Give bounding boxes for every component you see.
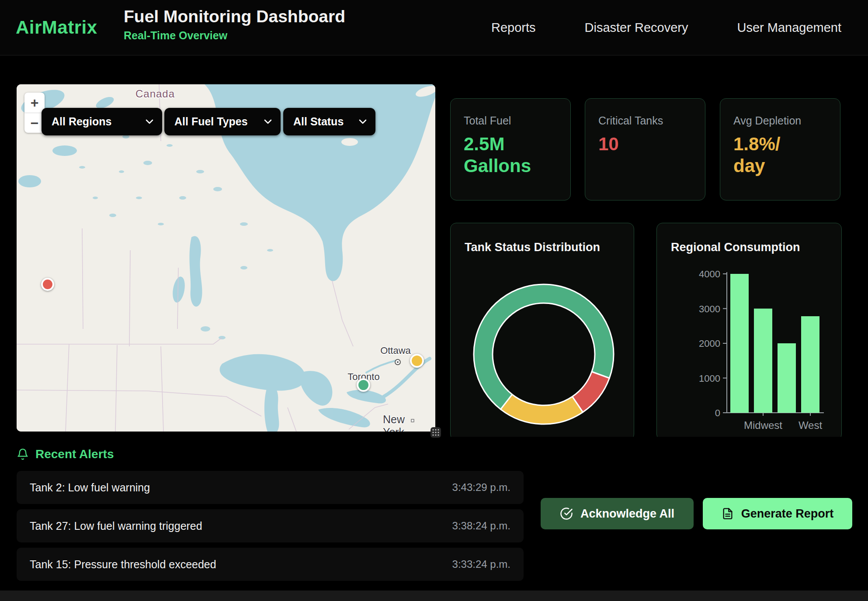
total-fuel-value: 2.5MGallons (464, 133, 557, 177)
recent-alerts-section: Recent Alerts Tank 2: Low fuel warning 3… (0, 437, 868, 591)
donut-segment-warning (500, 394, 583, 424)
recent-alerts-title: Recent Alerts (35, 447, 114, 461)
svg-text:4000: 4000 (699, 269, 720, 280)
bar-south (778, 343, 796, 413)
fuel-type-filter-value: All Fuel Types (174, 115, 248, 128)
page-title-block: Fuel Monitoring Dashboard Real-Time Over… (124, 7, 345, 42)
alert-message: Tank 27: Low fuel warning triggered (30, 520, 202, 532)
recent-alerts-header: Recent Alerts (17, 447, 114, 461)
critical-tank-marker[interactable] (41, 278, 54, 291)
alert-timestamp: 3:43:29 p.m. (452, 481, 510, 494)
total-fuel-label: Total Fuel (464, 114, 557, 127)
drag-handle-icon[interactable] (431, 427, 441, 438)
nav-item-reports[interactable]: Reports (491, 21, 536, 35)
map-city-label-ottawa: Ottawa (380, 345, 411, 356)
map-city-label-new-york: New York (383, 413, 418, 432)
nav-item-disaster-recovery[interactable]: Disaster Recovery (585, 21, 688, 35)
file-text-icon (722, 508, 734, 520)
minus-icon: − (31, 115, 39, 131)
app-header: AirMatrix Fuel Monitoring Dashboard Real… (0, 0, 868, 55)
avg-depletion-value: 1.8%/day (733, 133, 827, 177)
zoom-in-button[interactable]: + (24, 93, 45, 113)
map-country-label: Canada (135, 88, 175, 100)
chevron-down-icon (359, 119, 367, 124)
alert-timestamp: 3:33:24 p.m. (452, 558, 510, 570)
region-filter-value: All Regions (52, 115, 112, 128)
warning-tank-marker[interactable] (410, 354, 424, 368)
page-title: Fuel Monitoring Dashboard (124, 7, 345, 26)
bar-northeast (730, 274, 749, 413)
alert-list-item: Tank 15: Pressure threshold exceeded 3:3… (17, 548, 524, 581)
regional-consumption-bar-chart: 01000200030004000MidwestWest (657, 223, 842, 441)
avg-depletion-card: Avg Depletion 1.8%/day (720, 98, 840, 200)
page-subtitle: Real-Time Overview (124, 29, 345, 42)
generate-report-button[interactable]: Generate Report (703, 498, 852, 529)
svg-text:West: West (799, 419, 823, 431)
bar-west (801, 316, 819, 413)
region-filter-dropdown[interactable]: All Regions (42, 108, 162, 135)
check-circle-icon (560, 507, 573, 520)
alert-message: Tank 15: Pressure threshold exceeded (30, 558, 216, 571)
alert-list-item: Tank 27: Low fuel warning triggered 3:38… (17, 509, 524, 542)
alert-timestamp: 3:38:24 p.m. (452, 520, 510, 532)
regional-consumption-card: Regional Consumption 01000200030004000Mi… (656, 223, 842, 440)
status-filter-value: All Status (293, 115, 344, 128)
brand-logo: AirMatrix (16, 17, 97, 38)
critical-tanks-label: Critical Tanks (598, 114, 692, 127)
svg-text:0: 0 (715, 408, 720, 418)
svg-text:3000: 3000 (699, 304, 720, 314)
bottom-strip (0, 591, 868, 601)
chevron-down-icon (146, 119, 153, 124)
nav-item-user-management[interactable]: User Management (737, 21, 841, 35)
bar-midwest (754, 309, 772, 413)
critical-tanks-card: Critical Tanks 10 (585, 98, 705, 200)
status-filter-dropdown[interactable]: All Status (283, 108, 375, 135)
fuel-type-filter-dropdown[interactable]: All Fuel Types (164, 108, 281, 135)
main-nav: Reports Disaster Recovery User Managemen… (491, 0, 841, 55)
tank-map[interactable]: Canada Ottawa Toronto New York + − All R… (17, 84, 435, 432)
bell-icon (17, 448, 29, 460)
svg-text:Midwest: Midwest (744, 419, 782, 431)
svg-text:2000: 2000 (699, 338, 720, 349)
acknowledge-all-button[interactable]: Acknowledge All (541, 498, 694, 529)
svg-text:1000: 1000 (699, 373, 720, 384)
total-fuel-card: Total Fuel 2.5MGallons (450, 98, 571, 200)
tank-status-distribution-card: Tank Status Distribution (450, 223, 634, 440)
tank-status-donut-chart (451, 223, 635, 441)
critical-tanks-value: 10 (598, 133, 692, 155)
plus-icon: + (31, 95, 39, 111)
alert-list-item: Tank 2: Low fuel warning 3:43:29 p.m. (17, 471, 524, 504)
alert-message: Tank 2: Low fuel warning (30, 481, 150, 494)
normal-tank-marker[interactable] (357, 378, 370, 392)
avg-depletion-label: Avg Depletion (733, 114, 827, 127)
chevron-down-icon (264, 119, 272, 124)
